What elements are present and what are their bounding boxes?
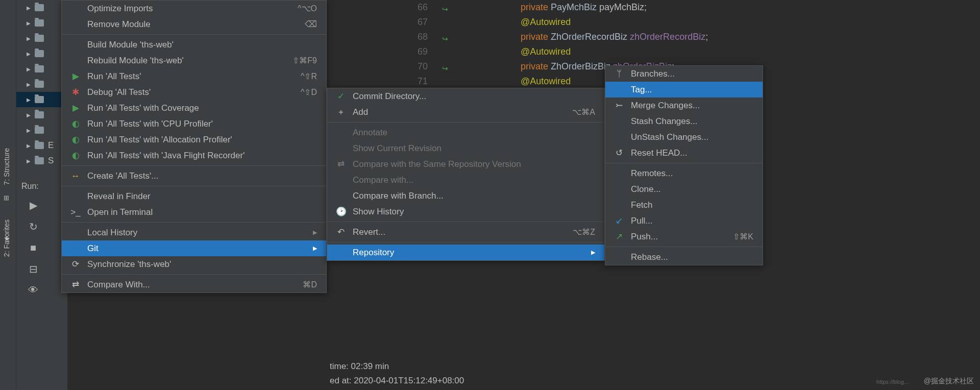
menu-label: Show Current Revision (353, 143, 595, 154)
menu-item-build-module-ths-web[interactable]: Build Module 'ths-web' (62, 37, 326, 53)
tree-row[interactable]: ▶ (16, 61, 67, 77)
menu-item-rebuild-module-ths-web[interactable]: Rebuild Module 'ths-web'⇧⌘F9 (62, 53, 326, 68)
menu-item-repository[interactable]: Repository▶ (327, 245, 604, 260)
menu-item-push[interactable]: ↗Push...⇧⌘K (605, 229, 763, 245)
menu-label: Revert... (353, 227, 573, 237)
expand-icon[interactable]: ▶ (27, 51, 31, 57)
menu-item-run-all-tests-with-java-flight-recorder[interactable]: ◐Run 'All Tests' with 'Java Flight Recor… (62, 148, 326, 163)
expand-icon[interactable]: ▶ (27, 97, 31, 103)
rerun-icon[interactable]: ↻ (29, 221, 38, 233)
menu-icon: + (336, 107, 346, 117)
toggle-icon[interactable]: ⊟ (29, 263, 38, 275)
tree-row[interactable]: ▶ (16, 0, 67, 15)
menu-item-run-all-tests-with-cpu-profiler[interactable]: ◐Run 'All Tests' with 'CPU Profiler' (62, 116, 326, 132)
menu-item-add[interactable]: +Add⌥⌘A (327, 104, 604, 120)
editor-line[interactable]: 68↪private ZhOrderRecordBiz zhOrderRecor… (327, 30, 980, 44)
menu-label: Tag... (631, 85, 753, 95)
menu-item-git[interactable]: Git▶ (62, 240, 326, 256)
folder-icon (35, 81, 44, 88)
code[interactable]: private ZhOrderRecordBiz zhOrderRecordBi… (434, 32, 708, 42)
shortcut: ^⌥O (298, 4, 317, 13)
menu-item-optimize-imports[interactable]: Optimize Imports^⌥O (62, 1, 326, 16)
folder-icon (35, 142, 44, 149)
menu-label: Commit Directory... (353, 91, 595, 102)
tree-row[interactable]: ▶ (16, 31, 67, 46)
tree-row[interactable]: ▶ E (16, 138, 67, 153)
menu-item-compare-with[interactable]: ⇄Compare With...⌘D (62, 277, 326, 292)
expand-icon[interactable]: ▶ (27, 128, 31, 133)
run-icon[interactable]: ▶ (30, 199, 37, 211)
menu-item-tag[interactable]: Tag... (605, 82, 763, 98)
menu-item-compare-with-branch[interactable]: Compare with Branch... (327, 188, 604, 204)
expand-icon[interactable]: ▶ (27, 82, 31, 87)
gutter-method-icon[interactable]: ↪ (442, 64, 448, 72)
menu-item-local-history[interactable]: Local History▶ (62, 225, 326, 240)
menu-item-run-all-tests-with-coverage[interactable]: ▶Run 'All Tests' with Coverage (62, 100, 326, 116)
menu-item-show-history[interactable]: 🕑Show History (327, 204, 604, 220)
line-number: 66↪ (327, 2, 434, 13)
menu-item-remotes[interactable]: Remotes... (605, 165, 763, 181)
expand-icon[interactable]: ▶ (27, 66, 31, 72)
menu-item-reveal-in-finder[interactable]: Reveal in Finder (62, 188, 326, 204)
menu-label: Merge Changes... (631, 101, 753, 111)
menu-item-fetch[interactable]: Fetch (605, 197, 763, 213)
tree-row[interactable]: ▶ (16, 123, 67, 138)
shortcut: ^⇧D (301, 87, 317, 97)
gutter-method-icon[interactable]: ↪ (442, 5, 448, 13)
menu-item-create-all-tests[interactable]: ↔Create 'All Tests'... (62, 168, 326, 184)
structure-tab[interactable]: 7: Structure (3, 148, 11, 185)
eye-icon[interactable]: 👁 (28, 284, 38, 296)
submenu-repository[interactable]: ᛘBranches...Tag...⤚Merge Changes...Stash… (605, 65, 763, 265)
folder-icon (35, 4, 44, 11)
watermark: @掘金技术社区 (924, 377, 974, 386)
tree-row[interactable]: ▶ (16, 107, 67, 123)
expand-icon[interactable]: ▶ (27, 143, 31, 149)
code[interactable]: @Autowired (434, 46, 571, 57)
project-tree[interactable]: ▶▶▶▶▶▶▶▶▶▶ E▶ S (16, 0, 67, 390)
menu-item-synchronize-ths-web[interactable]: ⟳Synchronize 'ths-web' (62, 256, 326, 272)
expand-icon[interactable]: ▶ (27, 5, 31, 11)
menu-item-open-in-terminal[interactable]: >_Open in Terminal (62, 204, 326, 220)
expand-icon[interactable]: ▶ (27, 36, 31, 41)
tree-row[interactable]: ▶ (16, 15, 67, 31)
menu-item-unstash-changes[interactable]: UnStash Changes... (605, 129, 763, 145)
code[interactable]: private PayMchBiz payMchBiz; (434, 2, 647, 13)
menu-item-stash-changes[interactable]: Stash Changes... (605, 113, 763, 129)
menu-item-pull[interactable]: ↙Pull... (605, 213, 763, 229)
submenu-git[interactable]: ✓Commit Directory...+Add⌥⌘AAnnotateShow … (327, 88, 605, 261)
menu-label: Stash Changes... (631, 116, 753, 127)
menu-item-remove-module[interactable]: Remove Module⌫ (62, 16, 326, 32)
menu-item-debug-all-tests[interactable]: ✱Debug 'All Tests'^⇧D (62, 84, 326, 100)
expand-icon[interactable]: ▶ (27, 112, 31, 118)
menu-label: Local History (87, 228, 309, 238)
menu-label: Create 'All Tests'... (87, 171, 317, 181)
menu-item-clone[interactable]: Clone... (605, 181, 763, 197)
menu-item-merge-changes[interactable]: ⤚Merge Changes... (605, 98, 763, 113)
editor-line[interactable]: 69@Autowired (327, 44, 980, 59)
stop-icon[interactable]: ■ (30, 242, 36, 254)
context-menu-main[interactable]: Optimize Imports^⌥ORemove Module⌫Build M… (61, 0, 327, 293)
menu-item-reset-head[interactable]: ↺Reset HEAD... (605, 145, 763, 161)
tree-row[interactable]: ▶ S (16, 153, 67, 168)
menu-item-branches[interactable]: ᛘBranches... (605, 66, 763, 82)
folder-icon (35, 96, 44, 103)
menu-label: Branches... (631, 69, 753, 79)
menu-label: Build Module 'ths-web' (87, 40, 317, 50)
menu-item-rebase[interactable]: Rebase... (605, 249, 763, 265)
menu-item-revert[interactable]: ↶Revert...⌥⌘Z (327, 224, 604, 240)
code[interactable]: @Autowired (434, 17, 571, 28)
code[interactable]: @Autowired (434, 76, 571, 87)
menu-item-commit-directory[interactable]: ✓Commit Directory... (327, 88, 604, 104)
tree-row[interactable]: ▶ (16, 92, 67, 107)
gutter-method-icon[interactable]: ↪ (442, 35, 448, 43)
menu-label: Pull... (631, 216, 753, 226)
editor-line[interactable]: 67@Autowired (327, 15, 980, 30)
menu-item-run-all-tests[interactable]: ▶Run 'All Tests'^⇧R (62, 68, 326, 84)
tree-row[interactable]: ▶ (16, 77, 67, 92)
tree-row[interactable]: ▶ (16, 46, 67, 61)
editor-line[interactable]: 66↪private PayMchBiz payMchBiz; (327, 0, 980, 15)
expand-icon[interactable]: ▶ (27, 158, 31, 164)
expand-icon[interactable]: ▶ (27, 20, 31, 26)
menu-icon: ▶ (71, 103, 80, 113)
menu-item-run-all-tests-with-allocation-profiler[interactable]: ◐Run 'All Tests' with 'Allocation Profil… (62, 132, 326, 148)
